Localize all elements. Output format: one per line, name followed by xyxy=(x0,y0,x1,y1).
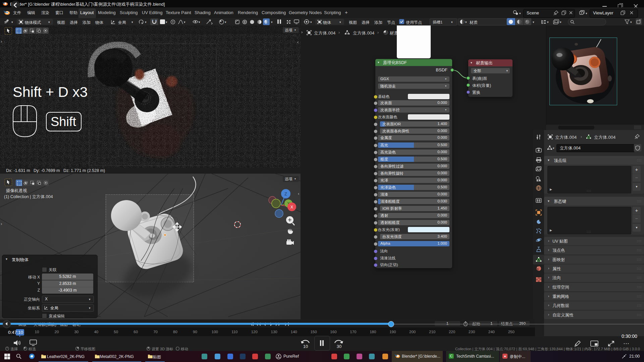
svg-text:Z: Z xyxy=(284,192,287,196)
svg-text:X: X xyxy=(290,205,293,209)
